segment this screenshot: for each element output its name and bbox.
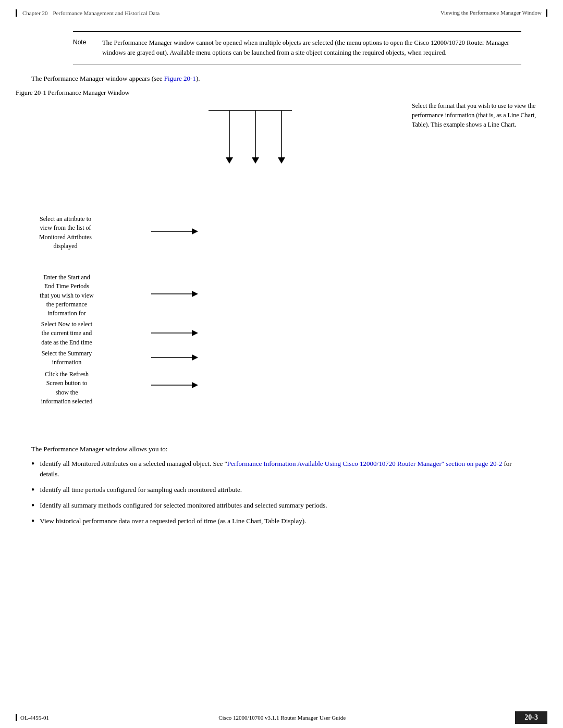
footer-left: OL-4455-01 [16, 714, 49, 721]
chapter-title: Performance Management and Historical Da… [53, 10, 160, 16]
figure-intro-link[interactable]: Figure 20-1 [164, 75, 196, 82]
list-item: • Identify all summary methods configure… [31, 500, 532, 511]
top-annotation: Select the format that you wish to use t… [412, 101, 547, 129]
section-title: Viewing the Performance Manager Window [440, 9, 542, 16]
bullet-link-1[interactable]: Performance Information Available Using … [227, 460, 502, 467]
note-label: Note [73, 38, 93, 46]
figure-intro-after: ). [196, 75, 200, 82]
header-left-bar [16, 9, 17, 17]
bullet-text-3: Identify all summary methods configured … [40, 500, 327, 511]
svg-marker-8 [192, 228, 198, 235]
bullet-dot: • [31, 459, 34, 468]
figure-label: Figure 20-1 Performance Manager Window [16, 89, 563, 97]
page-header: Chapter 20 Performance Management and Hi… [0, 0, 563, 21]
bullet-dot: • [31, 485, 34, 495]
doc-number: OL-4455-01 [20, 714, 49, 721]
list-item: • View historical performance data over … [31, 516, 532, 526]
page-number: 20-3 [515, 711, 547, 724]
bullet-list: • Identify all Monitored Attributes on a… [31, 459, 532, 527]
list-item: • Identify all time periods configured f… [31, 485, 532, 495]
page-footer: OL-4455-01 Cisco 12000/10700 v3.1.1 Rout… [0, 707, 563, 728]
svg-marker-10 [192, 291, 198, 297]
annotation-summary: Select the Summaryinformation [15, 349, 119, 367]
bullet-dot: • [31, 516, 34, 526]
annotation-refresh: Click the RefreshScreen button toshow th… [15, 370, 119, 406]
bullet-text-2: Identify all time periods configured for… [40, 485, 242, 495]
annotation-attr: Select an attribute toview from the list… [15, 215, 116, 251]
header-left: Chapter 20 Performance Management and Hi… [16, 9, 160, 17]
bullet-section: The Performance Manager window allows yo… [31, 445, 532, 527]
annotation-time: Enter the Start andEnd Time Periodsthat … [15, 273, 119, 318]
svg-marker-4 [226, 157, 233, 164]
figure-intro: The Performance Manager window appears (… [31, 75, 563, 83]
chapter-label: Chapter 20 [22, 10, 48, 16]
svg-marker-12 [192, 330, 198, 336]
bullet-dot: • [31, 501, 34, 510]
svg-marker-6 [278, 157, 285, 164]
bullet-text-1: Identify all Monitored Attributes on a s… [40, 459, 532, 479]
svg-marker-5 [252, 157, 259, 164]
bullet-intro: The Performance Manager window allows yo… [31, 445, 532, 453]
figure-intro-before: The Performance Manager window appears (… [31, 75, 164, 82]
annotation-now: Select Now to selectthe current time and… [15, 320, 119, 347]
header-right: Viewing the Performance Manager Window [440, 9, 547, 17]
list-item: • Identify all Monitored Attributes on a… [31, 459, 532, 479]
bullet-text-4: View historical performance data over a … [40, 516, 306, 526]
diagram-area: Select the format that you wish to use t… [0, 101, 563, 435]
note-text: The Performance Manager window cannot be… [102, 38, 521, 58]
svg-marker-16 [192, 382, 198, 388]
header-right-bar [546, 9, 547, 17]
svg-marker-14 [192, 354, 198, 361]
footer-bar [16, 714, 17, 721]
footer-center: Cisco 12000/10700 v3.1.1 Router Manager … [218, 714, 346, 721]
note-box: Note The Performance Manager window cann… [73, 31, 521, 65]
